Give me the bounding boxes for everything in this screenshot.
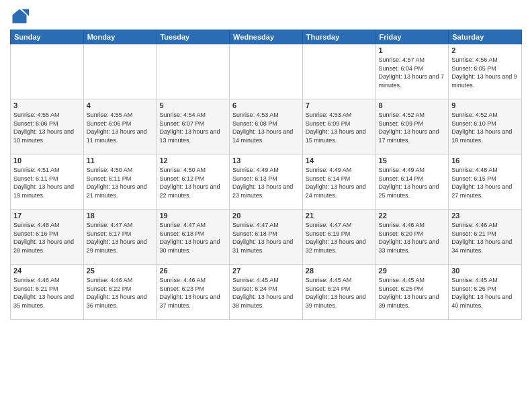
- day-header-saturday: Saturday: [449, 30, 522, 44]
- day-info: Sunrise: 4:55 AMSunset: 6:06 PMDaylight:…: [13, 111, 81, 144]
- logo: [10, 7, 32, 26]
- calendar-cell: 14Sunrise: 4:49 AMSunset: 6:14 PMDayligh…: [302, 154, 375, 210]
- calendar-cell: 5Sunrise: 4:54 AMSunset: 6:07 PMDaylight…: [157, 99, 230, 154]
- week-row-1: 3Sunrise: 4:55 AMSunset: 6:06 PMDaylight…: [11, 99, 522, 154]
- calendar-cell: 18Sunrise: 4:47 AMSunset: 6:17 PMDayligh…: [83, 210, 157, 265]
- day-number: 13: [232, 156, 300, 165]
- day-number: 23: [451, 212, 519, 220]
- day-number: 12: [159, 156, 226, 165]
- day-info: Sunrise: 4:47 AMSunset: 6:17 PMDaylight:…: [87, 221, 154, 255]
- day-info: Sunrise: 4:45 AMSunset: 6:26 PMDaylight:…: [451, 276, 519, 310]
- day-info: Sunrise: 4:46 AMSunset: 6:21 PMDaylight:…: [451, 221, 519, 255]
- calendar-cell: 21Sunrise: 4:47 AMSunset: 6:19 PMDayligh…: [302, 210, 375, 265]
- day-number: 29: [379, 267, 446, 275]
- day-number: 15: [379, 156, 446, 165]
- calendar-cell: 13Sunrise: 4:49 AMSunset: 6:13 PMDayligh…: [230, 154, 303, 210]
- day-number: 8: [379, 101, 446, 109]
- day-number: 3: [13, 101, 81, 109]
- calendar-cell: 8Sunrise: 4:52 AMSunset: 6:09 PMDaylight…: [375, 99, 449, 154]
- day-number: 22: [379, 212, 446, 220]
- calendar-cell: 26Sunrise: 4:46 AMSunset: 6:23 PMDayligh…: [157, 265, 230, 320]
- calendar-cell: 7Sunrise: 4:53 AMSunset: 6:09 PMDaylight…: [302, 99, 375, 154]
- day-header-tuesday: Tuesday: [157, 30, 230, 44]
- calendar-cell: 6Sunrise: 4:53 AMSunset: 6:08 PMDaylight…: [230, 99, 303, 154]
- week-row-4: 24Sunrise: 4:46 AMSunset: 6:21 PMDayligh…: [11, 265, 522, 320]
- calendar-cell: 27Sunrise: 4:45 AMSunset: 6:24 PMDayligh…: [230, 265, 303, 320]
- day-number: 19: [159, 212, 226, 220]
- day-number: 16: [451, 156, 519, 165]
- day-header-friday: Friday: [375, 30, 449, 44]
- day-info: Sunrise: 4:46 AMSunset: 6:21 PMDaylight:…: [13, 276, 81, 310]
- day-info: Sunrise: 4:47 AMSunset: 6:18 PMDaylight:…: [232, 221, 300, 255]
- day-number: 4: [87, 101, 154, 109]
- day-info: Sunrise: 4:48 AMSunset: 6:15 PMDaylight:…: [451, 166, 519, 199]
- day-info: Sunrise: 4:50 AMSunset: 6:11 PMDaylight:…: [87, 166, 154, 199]
- day-info: Sunrise: 4:52 AMSunset: 6:10 PMDaylight:…: [451, 111, 519, 144]
- day-number: 1: [379, 46, 446, 54]
- day-info: Sunrise: 4:45 AMSunset: 6:24 PMDaylight:…: [232, 276, 300, 310]
- day-info: Sunrise: 4:49 AMSunset: 6:14 PMDaylight:…: [379, 166, 446, 199]
- calendar-cell: 10Sunrise: 4:51 AMSunset: 6:11 PMDayligh…: [11, 154, 84, 210]
- logo-icon: [10, 7, 29, 26]
- day-number: 2: [451, 46, 519, 54]
- day-info: Sunrise: 4:53 AMSunset: 6:08 PMDaylight:…: [232, 111, 300, 144]
- day-header-sunday: Sunday: [11, 30, 84, 44]
- day-number: 17: [13, 212, 81, 220]
- day-headers-row: SundayMondayTuesdayWednesdayThursdayFrid…: [11, 30, 522, 44]
- calendar-cell: 28Sunrise: 4:45 AMSunset: 6:24 PMDayligh…: [302, 265, 375, 320]
- calendar-cell: 2Sunrise: 4:56 AMSunset: 6:05 PMDaylight…: [449, 44, 522, 99]
- calendar-cell: 1Sunrise: 4:57 AMSunset: 6:04 PMDaylight…: [375, 44, 449, 99]
- calendar-cell: 3Sunrise: 4:55 AMSunset: 6:06 PMDaylight…: [11, 99, 84, 154]
- day-info: Sunrise: 4:47 AMSunset: 6:18 PMDaylight:…: [159, 221, 226, 255]
- calendar-cell: [302, 44, 375, 99]
- calendar-cell: [11, 44, 84, 99]
- day-info: Sunrise: 4:49 AMSunset: 6:14 PMDaylight:…: [306, 166, 373, 199]
- calendar: SundayMondayTuesdayWednesdayThursdayFrid…: [10, 30, 522, 320]
- week-row-2: 10Sunrise: 4:51 AMSunset: 6:11 PMDayligh…: [11, 154, 522, 210]
- day-number: 26: [159, 267, 226, 275]
- calendar-cell: 22Sunrise: 4:46 AMSunset: 6:20 PMDayligh…: [375, 210, 449, 265]
- calendar-cell: 29Sunrise: 4:45 AMSunset: 6:25 PMDayligh…: [375, 265, 449, 320]
- calendar-cell: 16Sunrise: 4:48 AMSunset: 6:15 PMDayligh…: [449, 154, 522, 210]
- day-header-thursday: Thursday: [302, 30, 375, 44]
- day-number: 30: [451, 267, 519, 275]
- page: SundayMondayTuesdayWednesdayThursdayFrid…: [0, 0, 532, 411]
- day-info: Sunrise: 4:46 AMSunset: 6:20 PMDaylight:…: [379, 221, 446, 255]
- calendar-cell: 23Sunrise: 4:46 AMSunset: 6:21 PMDayligh…: [449, 210, 522, 265]
- day-info: Sunrise: 4:46 AMSunset: 6:23 PMDaylight:…: [159, 276, 226, 310]
- calendar-cell: 24Sunrise: 4:46 AMSunset: 6:21 PMDayligh…: [11, 265, 84, 320]
- day-number: 20: [232, 212, 300, 220]
- day-number: 5: [159, 101, 226, 109]
- day-info: Sunrise: 4:45 AMSunset: 6:25 PMDaylight:…: [379, 276, 446, 310]
- calendar-cell: 30Sunrise: 4:45 AMSunset: 6:26 PMDayligh…: [449, 265, 522, 320]
- day-header-monday: Monday: [83, 30, 157, 44]
- calendar-cell: [230, 44, 303, 99]
- day-number: 18: [87, 212, 154, 220]
- day-info: Sunrise: 4:45 AMSunset: 6:24 PMDaylight:…: [306, 276, 373, 310]
- day-number: 24: [13, 267, 81, 275]
- week-row-3: 17Sunrise: 4:48 AMSunset: 6:16 PMDayligh…: [11, 210, 522, 265]
- day-number: 10: [13, 156, 81, 165]
- calendar-cell: [157, 44, 230, 99]
- day-info: Sunrise: 4:51 AMSunset: 6:11 PMDaylight:…: [13, 166, 81, 199]
- week-row-0: 1Sunrise: 4:57 AMSunset: 6:04 PMDaylight…: [11, 44, 522, 99]
- day-number: 28: [306, 267, 373, 275]
- day-info: Sunrise: 4:55 AMSunset: 6:06 PMDaylight:…: [87, 111, 154, 144]
- calendar-cell: 20Sunrise: 4:47 AMSunset: 6:18 PMDayligh…: [230, 210, 303, 265]
- day-number: 21: [306, 212, 373, 220]
- day-info: Sunrise: 4:52 AMSunset: 6:09 PMDaylight:…: [379, 111, 446, 144]
- day-number: 27: [232, 267, 300, 275]
- calendar-cell: 11Sunrise: 4:50 AMSunset: 6:11 PMDayligh…: [83, 154, 157, 210]
- day-number: 9: [451, 101, 519, 109]
- day-number: 14: [306, 156, 373, 165]
- calendar-cell: 17Sunrise: 4:48 AMSunset: 6:16 PMDayligh…: [11, 210, 84, 265]
- day-number: 25: [87, 267, 154, 275]
- day-info: Sunrise: 4:54 AMSunset: 6:07 PMDaylight:…: [159, 111, 226, 144]
- calendar-cell: 19Sunrise: 4:47 AMSunset: 6:18 PMDayligh…: [157, 210, 230, 265]
- day-info: Sunrise: 4:48 AMSunset: 6:16 PMDaylight:…: [13, 221, 81, 255]
- day-info: Sunrise: 4:49 AMSunset: 6:13 PMDaylight:…: [232, 166, 300, 199]
- calendar-cell: [83, 44, 157, 99]
- calendar-cell: 4Sunrise: 4:55 AMSunset: 6:06 PMDaylight…: [83, 99, 157, 154]
- day-number: 7: [306, 101, 373, 109]
- day-number: 11: [87, 156, 154, 165]
